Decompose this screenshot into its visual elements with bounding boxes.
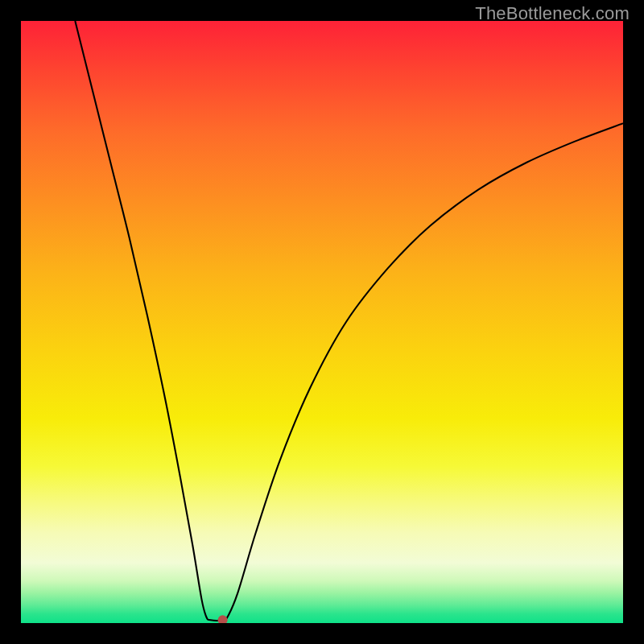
chart-svg [21, 21, 623, 623]
chart-container: TheBottleneck.com [0, 0, 644, 644]
curve-marker [218, 615, 228, 623]
plot-area [21, 21, 623, 623]
curve-line [75, 21, 623, 621]
